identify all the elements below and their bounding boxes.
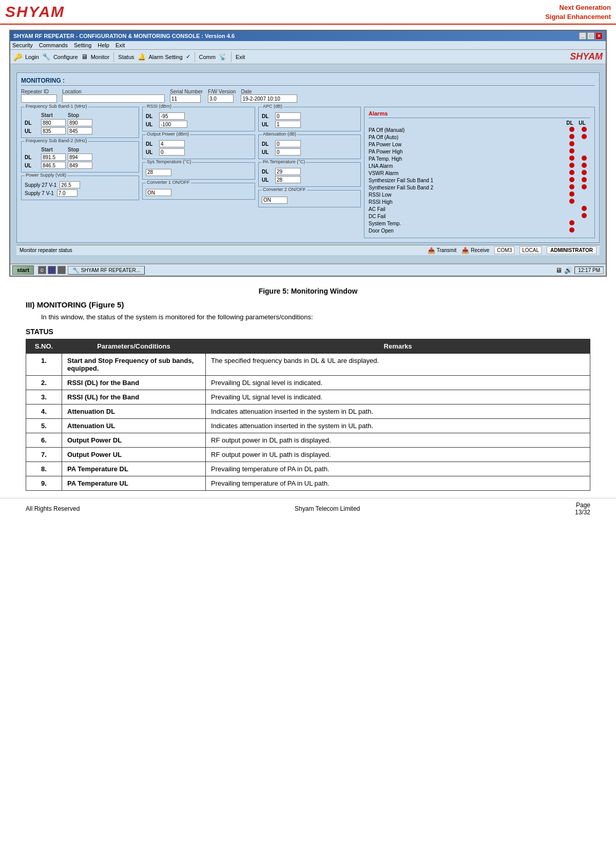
- alarm-row: RSSI High: [369, 199, 590, 205]
- figure-caption: Figure 5: Monitoring Window: [26, 287, 590, 295]
- alarm-dl-dot: [566, 227, 578, 234]
- tagline-line1: Next Generation: [545, 3, 611, 12]
- date-input[interactable]: 19-2-2007 10:10: [241, 94, 297, 103]
- freq-sub1-dl-start[interactable]: 880: [41, 119, 66, 126]
- power-supply-title: Power Supply (Volt): [25, 172, 67, 178]
- pa-temp-ul-input[interactable]: 28: [275, 176, 301, 183]
- alarm-dl-dot: [566, 170, 578, 176]
- converter2-input[interactable]: ON: [262, 197, 287, 204]
- table-cell-param: Attenuation DL: [62, 404, 206, 418]
- freq-sub2-title: Frequency Sub Band-2 (MHz): [25, 138, 88, 143]
- table-cell-sno: 2.: [26, 375, 62, 390]
- freq-sub1-dl-stop[interactable]: 890: [68, 119, 92, 126]
- apc-dl-input[interactable]: 0: [275, 112, 301, 120]
- repeater-id-input[interactable]: [21, 94, 57, 103]
- alarm-button[interactable]: Alarm Setting: [149, 54, 183, 60]
- alarm-dl-dot: [566, 134, 578, 140]
- alarm-label: Door Open: [369, 228, 566, 234]
- att-ul-label: UL: [262, 149, 272, 155]
- rssi-dl-input[interactable]: -95: [159, 112, 185, 120]
- freq-sub2-ul-label: UL: [25, 163, 40, 168]
- supply-27-input[interactable]: 26.5: [60, 181, 80, 188]
- att-dl-input[interactable]: 0: [275, 140, 301, 147]
- freq-sub2-dl-start[interactable]: 891.5: [41, 153, 66, 161]
- menu-setting[interactable]: Setting: [74, 42, 91, 48]
- taskbar: start © 🔧 SHYAM RF REPEATER... 🖥 🔊 12:17…: [10, 263, 606, 276]
- att-ul-input[interactable]: 0: [275, 148, 301, 156]
- alarm-label: Synthesizer Fail Sub Band 2: [369, 185, 566, 190]
- alarms-panel: Alarms DL UL PA Off (Manual)PA Off (Auto…: [364, 107, 595, 238]
- output-ul-input[interactable]: 0: [159, 148, 185, 156]
- toolbar-icon-monitor: 🖥: [81, 53, 88, 61]
- start-button[interactable]: start: [12, 265, 34, 275]
- section3-title: III) MONITORING (Figure 5): [26, 300, 590, 309]
- freq-sub2-dl-stop[interactable]: 894: [68, 153, 92, 161]
- exit-button[interactable]: Exit: [236, 54, 245, 60]
- pa-temp-dl-input[interactable]: 29: [275, 168, 301, 175]
- toolbar-icon-login: 🔑: [13, 53, 22, 61]
- output-ul-label: UL: [146, 149, 156, 155]
- apc-panel: APC (dB) DL 0 UL 1: [258, 107, 361, 131]
- freq-sub1-ul-start[interactable]: 835: [41, 127, 66, 134]
- apc-ul-input[interactable]: 1: [275, 121, 301, 128]
- application-window: SHYAM RF REPEATER - CONFIGURATION & MONI…: [9, 30, 607, 277]
- status-heading: STATUS: [26, 328, 590, 336]
- rssi-ul-input[interactable]: -100: [159, 121, 187, 128]
- attenuation-panel: Attenuation (dB) DL 0 UL 0: [258, 134, 361, 159]
- pa-temp-panel: PA Temperature (°C) DL 29 UL 28: [258, 162, 361, 187]
- menu-commands[interactable]: Commands: [39, 42, 68, 48]
- table-cell-param: Attenuation UL: [62, 418, 206, 433]
- serial-number-input[interactable]: 11: [170, 94, 201, 103]
- maximize-btn[interactable]: □: [587, 32, 594, 40]
- status-button[interactable]: Status: [118, 54, 134, 60]
- freq-sub1-ul-stop[interactable]: 845: [68, 127, 92, 134]
- freq-sub1-start-header: Start: [41, 112, 67, 118]
- window-body: MONITORING : Repeater ID Location Serial…: [10, 64, 606, 263]
- taskbar-icon-volume: 🔊: [564, 266, 572, 274]
- alarm-dl-dot: [566, 141, 578, 147]
- menu-exit[interactable]: Exit: [116, 42, 125, 48]
- tagline-line2: Signal Enhancement: [545, 12, 611, 22]
- taskbar-app-button[interactable]: 🔧 SHYAM RF REPEATER...: [68, 266, 145, 275]
- menu-security[interactable]: Security: [12, 42, 33, 48]
- login-button[interactable]: Login: [25, 54, 39, 60]
- taskbar-icon-e: [57, 266, 66, 274]
- freq-sub1-ul-label: UL: [25, 128, 40, 134]
- taskbar-icon-network: 🖥: [555, 266, 562, 274]
- freq-sub2-ul-start[interactable]: 846.5: [41, 162, 66, 169]
- comm-button[interactable]: Comm: [199, 54, 216, 60]
- alarm-ul-dot: [578, 127, 590, 133]
- close-btn[interactable]: ✕: [595, 32, 603, 40]
- alarm-label: PA Temp. High: [369, 156, 566, 162]
- alarm-row: System Temp.: [369, 220, 590, 226]
- table-cell-sno: 1.: [26, 353, 62, 375]
- supply-7-input[interactable]: 7.0: [57, 189, 78, 197]
- alarm-label: RSSI High: [369, 199, 566, 205]
- alarm-dl-dot: [566, 163, 578, 169]
- alarm-ul-dot: [578, 134, 590, 140]
- monitor-button[interactable]: Monitor: [91, 54, 110, 60]
- fw-version-input[interactable]: 3.0: [208, 94, 234, 103]
- repeater-id-label: Repeater ID: [21, 89, 57, 94]
- table-cell-param: Output Power DL: [62, 433, 206, 447]
- converter1-input[interactable]: ON: [146, 189, 171, 196]
- toolbar-icon-comm: 📡: [219, 53, 227, 61]
- configure-button[interactable]: Configure: [53, 54, 78, 60]
- table-cell-param: RSSI (DL) for the Band: [62, 375, 206, 390]
- alarm-dl-dot: [566, 156, 578, 162]
- freq-sub2-stop-header: Stop: [68, 147, 93, 152]
- table-cell-sno: 4.: [26, 404, 62, 418]
- location-input[interactable]: [62, 94, 165, 103]
- output-dl-input[interactable]: 4: [159, 140, 185, 147]
- minimize-btn[interactable]: _: [579, 32, 586, 40]
- menu-help[interactable]: Help: [98, 42, 109, 48]
- alarm-label: RSSI Low: [369, 192, 566, 198]
- table-row: 2.RSSI (DL) for the BandPrevailing DL si…: [26, 375, 590, 390]
- freq-sub2-ul-stop[interactable]: 849: [68, 162, 92, 169]
- serial-number-label: Serial Number: [170, 89, 203, 94]
- table-cell-remark: The specified frequency bands in DL & UL…: [206, 353, 590, 375]
- output-dl-label: DL: [146, 141, 156, 147]
- alarm-label: AC Fail: [369, 206, 566, 212]
- table-cell-remark: Indicates attenuation inserted in the sy…: [206, 404, 590, 418]
- sys-temp-input[interactable]: 28: [146, 169, 171, 176]
